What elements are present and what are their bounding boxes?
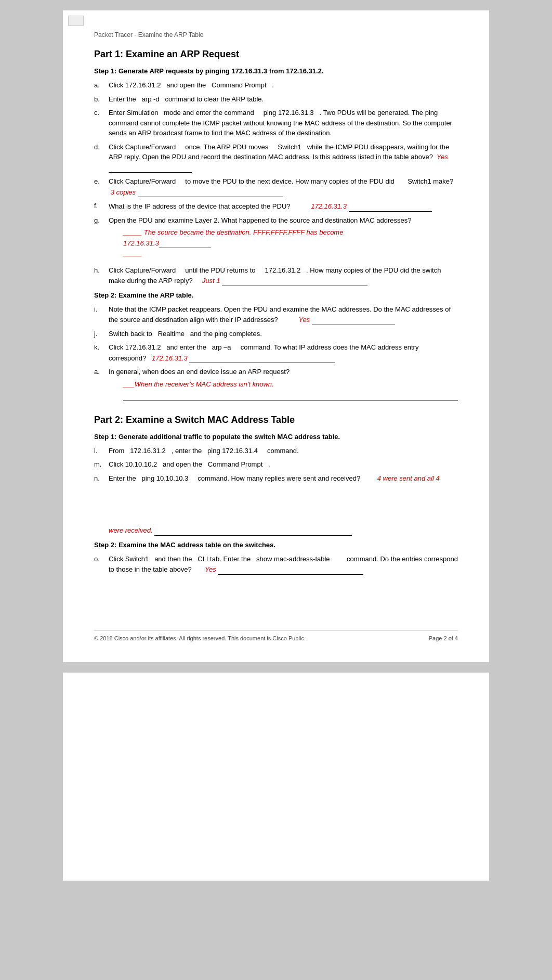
item-label-l: l.: [94, 446, 109, 456]
list-item: n. Enter the ping 10.10.10.3 command. Ho…: [94, 473, 458, 536]
doc-title: Packet Tracer - Examine the ARP Table: [94, 31, 458, 38]
answer-n1: 4 were sent and all 4: [377, 474, 440, 482]
part2-step2-list: o. Click Switch1 and then the CLI tab. E…: [94, 554, 458, 575]
logo: [68, 16, 84, 26]
item-label-b: b.: [94, 94, 109, 105]
list-item: f. What is the IP address of the device …: [94, 201, 458, 212]
list-item: a. Click 172.16.31.2 and open the Comman…: [94, 80, 458, 91]
item-content-j: Switch back to Realtime and the ping com…: [109, 329, 458, 339]
item-label-k: k.: [94, 342, 109, 363]
item-label-e: e.: [94, 176, 109, 197]
answer-d: Yes: [437, 153, 448, 161]
list-item: e. Click Capture/Forward to move the PDU…: [94, 176, 458, 197]
footer: © 2018 Cisco and/or its affiliates. All …: [94, 630, 458, 641]
answer-n-continuation: were received.: [109, 525, 458, 536]
item-label-a2: a.: [94, 367, 109, 404]
item-content-c: Enter Simulation mode and enter the comm…: [109, 108, 458, 138]
item-label-c: c.: [94, 108, 109, 138]
item-content-e: Click Capture/Forward to move the PDU to…: [109, 176, 458, 197]
spacer: [94, 578, 458, 610]
item-label-m: m.: [94, 459, 109, 470]
item-content-a: Click 172.16.31.2 and open the Command P…: [109, 80, 458, 91]
answer-line-n: [154, 525, 352, 536]
item-content-i: Note that the ICMP packet reappears. Ope…: [109, 304, 458, 325]
footer-left: © 2018 Cisco and/or its affiliates. All …: [94, 635, 306, 641]
item-label-j: j.: [94, 329, 109, 339]
answer-a2: ___When the receiver's MAC address isn't…: [123, 380, 274, 388]
list-item: d. Click Capture/Forward once. The ARP P…: [94, 142, 458, 173]
list-item: c. Enter Simulation mode and enter the c…: [94, 108, 458, 138]
item-label-n: n.: [94, 473, 109, 536]
item-label-a: a.: [94, 80, 109, 91]
answer-line-k: [189, 353, 335, 364]
part1-heading: Part 1: Examine an ARP Request: [94, 49, 458, 60]
item-content-f: What is the IP address of the device tha…: [109, 201, 458, 212]
item-label-g: g.: [94, 215, 109, 262]
item-label-i: i.: [94, 304, 109, 325]
item-label-f: f.: [94, 201, 109, 212]
item-content-o: Click Switch1 and then the CLI tab. Ente…: [109, 554, 458, 575]
item-label-d: d.: [94, 142, 109, 173]
answer-line-a2: [123, 390, 458, 401]
item-content-h: Click Capture/Forward until the PDU retu…: [109, 265, 458, 286]
answer-line-o: [218, 564, 363, 575]
step1-heading: Step 1: Generate ARP requests by pinging…: [94, 67, 458, 75]
answer-e: 3 copies: [111, 188, 136, 196]
item-content-k: Click 172.16.31.2 and enter the arp –a c…: [109, 342, 458, 363]
list-item: k. Click 172.16.31.2 and enter the arp –…: [94, 342, 458, 363]
list-item: j. Switch back to Realtime and the ping …: [94, 329, 458, 339]
list-item: o. Click Switch1 and then the CLI tab. E…: [94, 554, 458, 575]
step2-heading: Step 2: Examine the ARP table.: [94, 291, 458, 299]
answer-g: _____ The source became the destination.…: [123, 228, 343, 247]
item-content-b: Enter the arp -d command to clear the AR…: [109, 94, 458, 105]
item-content-d: Click Capture/Forward once. The ARP PDU …: [109, 142, 458, 173]
item-content-n: Enter the ping 10.10.10.3 command. How m…: [109, 473, 458, 536]
answer-i: Yes: [298, 316, 310, 324]
answer-line-e: [138, 187, 283, 198]
list-item: m. Click 10.10.10.2 and open the Command…: [94, 459, 458, 470]
answer-g-dash: _____: [123, 249, 142, 257]
part2-step1-heading: Step 1: Generate additional traffic to p…: [94, 433, 458, 441]
part1-step1-list: a. Click 172.16.31.2 and open the Comman…: [94, 80, 458, 286]
answer-a2-block: ___When the receiver's MAC address isn't…: [123, 379, 458, 401]
item-label-h: h.: [94, 265, 109, 286]
item-content-m: Click 10.10.10.2 and open the Command Pr…: [109, 459, 458, 470]
list-item: i. Note that the ICMP packet reappears. …: [94, 304, 458, 325]
command-prompt-label: Command Prompt: [212, 81, 266, 89]
list-item: b. Enter the arp -d command to clear the…: [94, 94, 458, 105]
item-content-g: Open the PDU and examine Layer 2. What h…: [109, 215, 458, 262]
answer-line-d: [109, 162, 192, 173]
answer-line-i: [312, 314, 395, 325]
item-content-l: From 172.16.31.2 , enter the ping 172.16…: [109, 446, 458, 456]
part1-step2-list: i. Note that the ICMP packet reappears. …: [94, 304, 458, 404]
list-item: a. In general, when does an end device i…: [94, 367, 458, 404]
answer-o: Yes: [205, 565, 216, 573]
item-content-a2: In general, when does an end device issu…: [109, 367, 458, 404]
page2: [63, 673, 489, 881]
item-label-o: o.: [94, 554, 109, 575]
answer-f: 172.16.31.3: [311, 202, 347, 210]
document-page: Packet Tracer - Examine the ARP Table Pa…: [63, 10, 489, 662]
answer-g-block: _____ The source became the destination.…: [123, 227, 458, 259]
answer-line-h: [222, 275, 367, 286]
part2-step1-list: l. From 172.16.31.2 , enter the ping 172…: [94, 446, 458, 536]
list-item: g. Open the PDU and examine Layer 2. Wha…: [94, 215, 458, 262]
part2-step2-heading: Step 2: Examine the MAC address table on…: [94, 541, 458, 549]
answer-line-g: [159, 238, 211, 249]
footer-right: Page 2 of 4: [429, 635, 458, 641]
list-item: l. From 172.16.31.2 , enter the ping 172…: [94, 446, 458, 456]
answer-k: 172.16.31.3: [152, 354, 188, 362]
answer-line-f: [349, 201, 432, 212]
list-item: h. Click Capture/Forward until the PDU r…: [94, 265, 458, 286]
answer-h: Just 1: [202, 277, 220, 285]
answer-n2: were received.: [109, 526, 153, 534]
part2-heading: Part 2: Examine a Switch MAC Address Tab…: [94, 415, 458, 425]
